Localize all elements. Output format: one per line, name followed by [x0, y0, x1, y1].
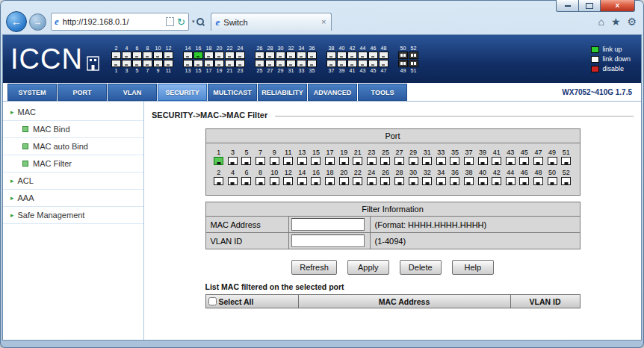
port-number: 47: [531, 149, 545, 156]
port-8[interactable]: [256, 177, 265, 185]
sidebar-item-mac-auto-bind[interactable]: MAC auto Bind: [3, 138, 143, 155]
port-30[interactable]: [409, 177, 418, 185]
port-cell: [295, 157, 309, 165]
refresh-icon[interactable]: ↻: [177, 17, 185, 27]
port-48[interactable]: [533, 177, 543, 185]
sidebar-item-mac-bind[interactable]: MAC Bind: [3, 121, 143, 138]
port-32[interactable]: [422, 177, 432, 185]
port-number: 51: [559, 149, 573, 156]
mac-address-input[interactable]: [291, 218, 365, 231]
address-bar[interactable]: e ↻: [51, 13, 189, 31]
port-51[interactable]: [561, 157, 571, 165]
sidebar-item-mac-filter[interactable]: MAC Filter: [3, 155, 143, 173]
port-number: 39: [337, 68, 347, 73]
port-21[interactable]: [353, 157, 362, 165]
port-27[interactable]: [394, 157, 404, 165]
refresh-button[interactable]: Refresh: [291, 260, 337, 275]
port-31[interactable]: [422, 157, 432, 165]
port-35[interactable]: [450, 157, 459, 165]
tab-system[interactable]: SYSTEM: [7, 84, 57, 101]
browser-tab[interactable]: e Switch ×: [211, 13, 332, 31]
port-17[interactable]: [325, 157, 335, 165]
port-47[interactable]: [533, 157, 543, 165]
port-46[interactable]: [519, 177, 529, 185]
close-button[interactable]: ×: [600, 0, 635, 12]
port-34[interactable]: [436, 177, 446, 185]
port-45[interactable]: [519, 157, 529, 165]
port-33[interactable]: [436, 157, 446, 165]
tab-close-icon[interactable]: ×: [321, 18, 326, 26]
port-3[interactable]: [228, 157, 238, 165]
header-port-icon-32: [286, 52, 296, 59]
sidebar-item-safe-management[interactable]: ▸Safe Management: [3, 207, 143, 224]
port-2[interactable]: [214, 177, 223, 185]
port-42[interactable]: [492, 177, 501, 185]
port-44[interactable]: [506, 177, 515, 185]
tools-gear-icon[interactable]: ⚙: [627, 16, 637, 27]
port-number: 38: [326, 46, 336, 51]
port-number: 21: [225, 68, 235, 73]
sidebar-menu: ▸MACMAC BindMAC auto BindMAC Filter▸ACL▸…: [3, 102, 144, 340]
port-1[interactable]: [214, 157, 223, 165]
port-36[interactable]: [450, 177, 459, 185]
port-49[interactable]: [548, 157, 557, 165]
vlan-id-input[interactable]: [291, 234, 365, 247]
port-20[interactable]: [339, 177, 349, 185]
tab-security[interactable]: SECURITY: [158, 84, 207, 101]
favorites-star-icon[interactable]: ★: [611, 16, 621, 27]
port-40[interactable]: [478, 177, 488, 185]
tab-port[interactable]: PORT: [58, 84, 107, 101]
port-7[interactable]: [256, 157, 265, 165]
port-37[interactable]: [464, 157, 474, 165]
port-52[interactable]: [561, 177, 571, 185]
help-button[interactable]: Help: [452, 260, 494, 275]
port-22[interactable]: [353, 177, 362, 185]
url-input[interactable]: [61, 16, 166, 27]
port-18[interactable]: [325, 177, 335, 185]
port-4[interactable]: [228, 177, 238, 185]
port-50[interactable]: [548, 177, 557, 185]
tab-reliability[interactable]: RELIABILITY: [258, 84, 307, 101]
search-dropdown[interactable]: ▾: [192, 18, 205, 26]
tab-vlan[interactable]: VLAN: [108, 84, 157, 101]
port-38[interactable]: [464, 177, 474, 185]
port-15[interactable]: [311, 157, 321, 165]
port-19[interactable]: [339, 157, 349, 165]
port-43[interactable]: [506, 157, 515, 165]
port-5[interactable]: [241, 157, 251, 165]
port-25[interactable]: [380, 157, 390, 165]
sidebar-item-mac[interactable]: ▸MAC: [3, 104, 143, 121]
tab-tools[interactable]: TOOLS: [358, 84, 407, 101]
port-29[interactable]: [409, 157, 418, 165]
maximize-button[interactable]: [579, 0, 600, 12]
delete-button[interactable]: Delete: [400, 260, 442, 275]
port-13[interactable]: [297, 157, 307, 165]
port-41[interactable]: [492, 157, 501, 165]
home-icon[interactable]: ⌂: [598, 16, 604, 27]
port-24[interactable]: [367, 177, 377, 185]
header-port-group: 141618202224131517192123: [183, 46, 245, 73]
back-button[interactable]: ←: [6, 11, 27, 32]
port-39[interactable]: [478, 157, 488, 165]
minimize-button[interactable]: [556, 0, 579, 12]
port-10[interactable]: [270, 177, 279, 185]
compatibility-view-icon[interactable]: [166, 17, 174, 26]
port-number-row: 2468101214161820222426283032343638404244…: [212, 169, 574, 176]
port-11[interactable]: [283, 157, 293, 165]
sidebar-item-acl[interactable]: ▸ACL: [3, 173, 143, 190]
apply-button[interactable]: Apply: [347, 260, 389, 275]
port-12[interactable]: [283, 177, 293, 185]
port-9[interactable]: [270, 157, 279, 165]
port-14[interactable]: [297, 177, 307, 185]
forward-button[interactable]: →: [29, 13, 46, 31]
select-all-checkbox[interactable]: [208, 297, 217, 305]
port-28[interactable]: [394, 177, 404, 185]
select-all-label: Select All: [219, 297, 254, 306]
sidebar-item-aaa[interactable]: ▸AAA: [3, 190, 143, 207]
port-6[interactable]: [241, 177, 251, 185]
tab-multicast[interactable]: MULTICAST: [208, 84, 257, 101]
tab-advanced[interactable]: ADVANCED: [308, 84, 357, 101]
port-26[interactable]: [380, 177, 390, 185]
port-16[interactable]: [311, 177, 321, 185]
port-23[interactable]: [367, 157, 377, 165]
